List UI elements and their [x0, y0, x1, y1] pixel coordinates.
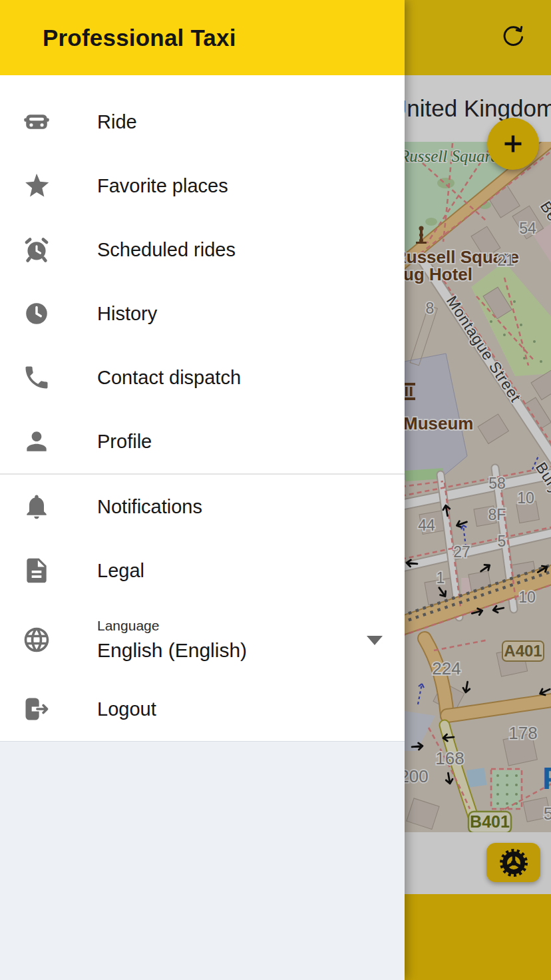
menu-item-scheduled-rides[interactable]: Scheduled rides	[0, 218, 405, 282]
clock-icon	[22, 299, 51, 328]
menu-item-label: Logout	[97, 698, 156, 720]
menu-item-language[interactable]: Language English (English)	[0, 603, 405, 677]
app-screen: United Kingdom	[0, 0, 551, 980]
navigation-drawer: Professional Taxi Ride Favorite place	[0, 0, 405, 980]
menu-item-label: Legal	[97, 560, 144, 582]
menu-item-label: History	[97, 303, 157, 325]
menu-item-notifications[interactable]: Notifications	[0, 475, 405, 539]
document-icon	[22, 556, 51, 585]
menu-item-profile[interactable]: Profile	[0, 409, 405, 473]
drawer-footer	[0, 741, 405, 980]
menu-item-label: Scheduled rides	[97, 239, 236, 261]
menu-item-favorite-places[interactable]: Favorite places	[0, 154, 405, 218]
menu-item-contact-dispatch[interactable]: Contact dispatch	[0, 346, 405, 409]
menu-item-history[interactable]: History	[0, 282, 405, 346]
drawer-menu: Ride Favorite places Scheduled rides	[0, 75, 405, 741]
language-value: English (English)	[97, 639, 247, 662]
menu-item-ride[interactable]: Ride	[0, 90, 405, 154]
phone-icon	[22, 363, 51, 392]
person-icon	[22, 427, 51, 456]
car-icon	[22, 107, 51, 136]
drawer-header: Professional Taxi	[0, 0, 405, 75]
menu-item-label: Profile	[97, 431, 152, 453]
menu-item-logout[interactable]: Logout	[0, 677, 405, 741]
bell-icon	[22, 492, 51, 521]
language-label: Language	[97, 618, 247, 634]
globe-icon	[22, 625, 51, 654]
menu-item-label: Contact dispatch	[97, 367, 241, 389]
star-icon	[22, 171, 51, 200]
chevron-down-icon	[367, 636, 383, 645]
app-title: Professional Taxi	[43, 25, 236, 51]
menu-item-label: Notifications	[97, 496, 202, 518]
logout-icon	[22, 694, 51, 724]
alarm-clock-icon	[22, 235, 51, 264]
menu-item-legal[interactable]: Legal	[0, 539, 405, 603]
menu-item-label: Favorite places	[97, 175, 228, 197]
menu-item-label: Ride	[97, 111, 137, 133]
